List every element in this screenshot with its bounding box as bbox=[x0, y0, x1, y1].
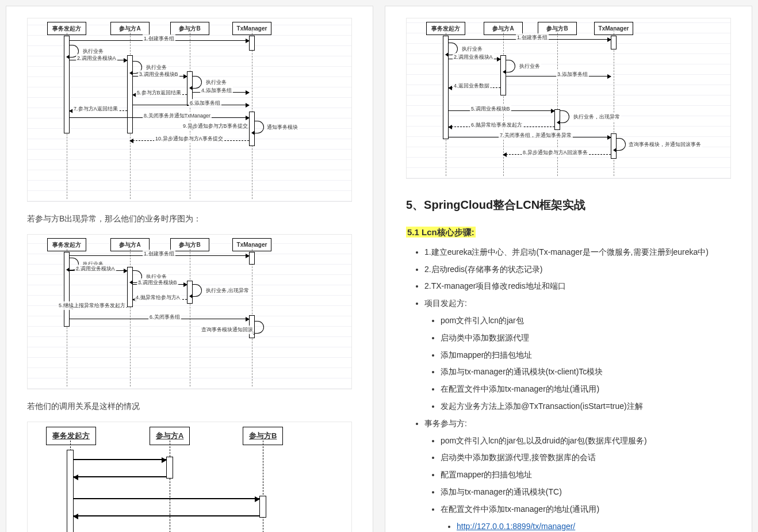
r-msg-execb: 执行业务，出现异常 bbox=[572, 113, 621, 121]
msg-f-execb: 执行业务,出现异常 bbox=[205, 286, 250, 295]
msg-return-b: 5.参与方B返回结果 bbox=[136, 89, 182, 97]
step-initiator-label: 项目发起方: bbox=[424, 298, 467, 308]
msg-notify-b: 9.异步通知参与方B事务提交 bbox=[182, 122, 249, 131]
msg-exec-b: 执行业务 bbox=[205, 78, 228, 87]
right-page: 事务发起方 参与方A 参与方B TxManager 1.创建事务组 执行业务 2… bbox=[385, 6, 752, 532]
sequence-diagram-right: 事务发起方 参与方A 参与方B TxManager 1.创建事务组 执行业务 2… bbox=[406, 18, 731, 179]
step-init-pom: pom文件引入lcn的jar包 bbox=[441, 314, 731, 328]
msg-create-group: 1.创建事务组 bbox=[143, 35, 175, 43]
msg-close-group: 8.关闭事务并通知TxManager bbox=[143, 112, 212, 120]
left-page: 事务发起方 参与方A 参与方B TxManager 1.创建事务组 执行业务 2… bbox=[6, 6, 373, 532]
step-init-config: 在配置文件中添加tx-manager的地址(通讯用) bbox=[441, 382, 731, 396]
r-msg-calla: 2.调用业务模块A bbox=[453, 53, 494, 62]
step-part-dsproxy: 启动类中添加数据源代理,接管数据库的会话 bbox=[441, 451, 731, 465]
msg-f-close: 6.关闭事务组 bbox=[148, 313, 181, 322]
step-init-mapper: 添加mapper的扫描包地址 bbox=[441, 349, 731, 362]
subsection-title-5-1: 5.1 Lcn核心步骤: bbox=[406, 227, 476, 238]
step-part-config-label: 在配置文件中添加tx-manager的地址(通讯用) bbox=[441, 504, 599, 514]
r-msg-query: 查询事务模块，并通知回滚事务 bbox=[627, 140, 702, 149]
step-part-url-item: http://127.0.0.1:8899/tx/manager/ bbox=[457, 520, 731, 532]
r-msg-create: 1.创建事务组 bbox=[516, 33, 549, 42]
r-msg-callb: 5.调用业务模块B bbox=[470, 105, 511, 113]
txmanager-url-link[interactable]: http://127.0.0.1:8899/tx/manager/ bbox=[457, 522, 575, 531]
msg-notify-module: 通知事务模块 bbox=[266, 123, 299, 132]
msg-f-throwa: 4.抛异常给参与方A bbox=[135, 293, 181, 302]
step-init-annotation: 发起方业务方法上添加@TxTransaction(isStart=true)注解 bbox=[441, 400, 731, 414]
step-txmanager-redis: 2.TX-manager项目修改redis地址和端口 bbox=[424, 280, 731, 293]
msg-f-throwi: 5.继续上报异常给事务发起方 bbox=[58, 301, 127, 310]
r-msg-return: 4.返回业务数据 bbox=[453, 82, 491, 90]
msg-call-a: 2.调用业务模块A bbox=[76, 54, 117, 63]
msg-add-b: 4.添加事务组 bbox=[200, 86, 233, 95]
msg-f-rollback: 查询事务模块通知回滚 bbox=[200, 326, 254, 334]
r-msg-adda: 3.添加事务组 bbox=[556, 70, 589, 79]
step-part-tc: 添加与tx-manager的通讯模块(TC) bbox=[441, 485, 731, 499]
step-part-pom: pom文件引入lcn的jar包,以及druid的jar包(数据库代理服务) bbox=[441, 434, 731, 448]
step-part-config: 在配置文件中添加tx-manager的地址(通讯用) http://127.0.… bbox=[441, 503, 731, 532]
section-title-5: 5、SpringCloud整合LCN框架实战 bbox=[406, 195, 731, 215]
step-part-mapper: 配置mapper的扫描包地址 bbox=[441, 468, 731, 482]
msg-add-a: 6.添加事务组 bbox=[189, 99, 221, 108]
para-relation-intro: 若他们的调用关系是这样的情况 bbox=[27, 400, 352, 414]
sequence-diagram-relation: 事务发起方 参与方A 参与方B bbox=[27, 422, 352, 532]
r-msg-execa: 执行业务 bbox=[518, 62, 541, 71]
step-eureka: 1.建立eureka注册中心、并启动(Tx-manager是一个微服务,需要注册… bbox=[424, 246, 731, 259]
page-spread: 事务发起方 参与方A 参与方B TxManager 1.创建事务组 执行业务 2… bbox=[0, 0, 758, 532]
r-msg-close: 7.关闭事务组，并通知事务异常 bbox=[499, 131, 573, 140]
sequence-diagram-success: 事务发起方 参与方A 参与方B TxManager 1.创建事务组 执行业务 2… bbox=[27, 18, 352, 202]
r-msg-exec: 执行业务 bbox=[461, 45, 484, 53]
step-initiator: 项目发起方: pom文件引入lcn的jar包 启动类中添加数据源代理 添加map… bbox=[424, 297, 731, 414]
msg-f-calla: 2.调用业务模块A bbox=[75, 265, 116, 273]
msg-notify-a: 10.异步通知参与方A事务提交 bbox=[154, 135, 224, 143]
sequence-diagram-failure: 事务发起方 参与方A 参与方B TxManager 1.创建事务组 执行业务 2… bbox=[27, 234, 352, 389]
step-participant: 事务参与方: pom文件引入lcn的jar包,以及druid的jar包(数据库代… bbox=[424, 417, 731, 532]
lcn-steps-list: 1.建立eureka注册中心、并启动(Tx-manager是一个微服务,需要注册… bbox=[406, 246, 731, 532]
msg-f-callb: 3.调用业务模块B bbox=[137, 278, 178, 287]
r-msg-rollback: 8.异步通知参与方A回滚事务 bbox=[522, 148, 589, 157]
big-actor-initiator: 事务发起方 bbox=[46, 427, 96, 445]
step-init-txclient: 添加与tx-manager的通讯模块(tx-client)Tc模块 bbox=[441, 365, 731, 379]
msg-call-b: 3.调用业务模块B bbox=[138, 70, 179, 79]
step-redis: 2.启动redis(存储事务的状态记录) bbox=[424, 263, 731, 277]
msg-f-create: 1.创建事务组 bbox=[143, 250, 175, 258]
step-participant-label: 事务参与方: bbox=[424, 419, 467, 428]
step-init-dsproxy: 启动类中添加数据源代理 bbox=[441, 331, 731, 345]
para-exception-intro: 若参与方B出现异常，那么他们的业务时序图为： bbox=[27, 212, 352, 226]
msg-return-a: 7.参与方A返回结果 bbox=[72, 105, 119, 113]
r-msg-throw: 6.抛异常给事务发起方 bbox=[470, 121, 523, 129]
